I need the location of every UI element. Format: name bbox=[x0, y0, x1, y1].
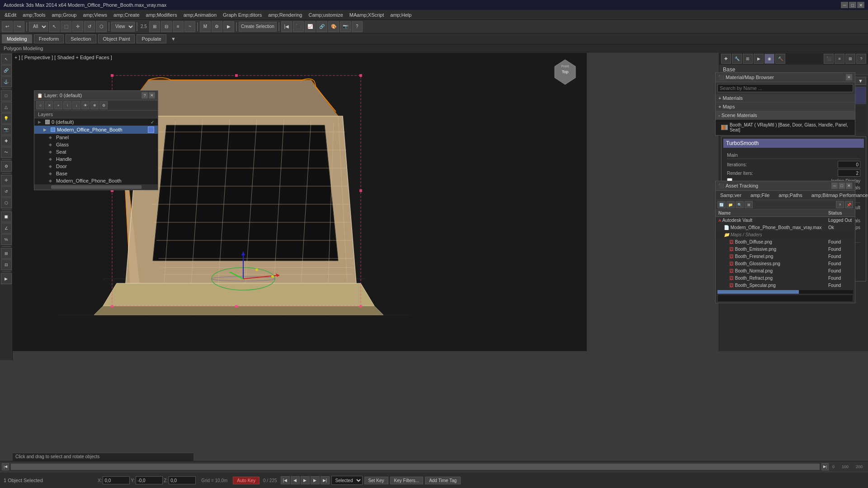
menu-rendering[interactable]: amp;Rendering bbox=[265, 11, 305, 19]
asset-row-glossiness[interactable]: 🖼 Booth_Glossiness.png Found bbox=[716, 260, 855, 267]
maps-section[interactable]: + Maps bbox=[716, 103, 855, 111]
asset-row-specular[interactable]: 🖼 Booth_Specular.png Found bbox=[716, 282, 855, 289]
asset-row-fresnel[interactable]: 🖼 Booth_Fresnel.png Found bbox=[716, 253, 855, 260]
add-time-tag-button[interactable]: Add Time Tag bbox=[425, 477, 461, 484]
key-filters-button[interactable]: Key Filters... bbox=[390, 477, 424, 484]
maximize-button[interactable]: □ bbox=[849, 2, 856, 8]
asset-tool-help[interactable]: ? bbox=[836, 201, 844, 208]
play-next-frame[interactable]: ▶ bbox=[311, 476, 320, 484]
toolbar-redo[interactable]: ↪ bbox=[14, 21, 24, 32]
set-key-button[interactable]: Set Key bbox=[364, 477, 388, 484]
asset-tool-3[interactable]: 🔍 bbox=[736, 201, 744, 208]
asset-tool-4[interactable]: ⊞ bbox=[745, 201, 753, 208]
scene-materials-section[interactable]: - Scene Materials bbox=[716, 111, 855, 120]
menu-views[interactable]: amp;Views bbox=[80, 11, 110, 19]
layer-item-booth[interactable]: ▶ Modern_Office_Phone_Booth bbox=[34, 126, 158, 134]
select-tool[interactable]: ↖ bbox=[1, 54, 12, 65]
rotate-tool[interactable]: ↺ bbox=[1, 186, 12, 197]
toolbar-schematic[interactable]: 🔗 bbox=[316, 21, 327, 32]
asset-menu-file[interactable]: amp;File bbox=[748, 192, 772, 199]
toolbar-viewport-bg[interactable]: ⬛ bbox=[293, 21, 304, 32]
menu-edit[interactable]: &Edit bbox=[2, 11, 19, 19]
asset-row-refract[interactable]: 🖼 Booth_Refract.png Found bbox=[716, 275, 855, 282]
tab-object-paint[interactable]: Object Paint bbox=[98, 34, 135, 43]
tab-selection[interactable]: Selection bbox=[66, 34, 96, 43]
toolbar-material[interactable]: M bbox=[200, 21, 211, 32]
layer-item-door[interactable]: ◆ Door bbox=[34, 163, 158, 170]
asset-tracking-close[interactable]: ✕ bbox=[846, 183, 852, 189]
bind-tool[interactable]: ⚓ bbox=[1, 76, 12, 87]
y-input[interactable] bbox=[136, 476, 163, 484]
layer-tool-select[interactable]: ☆ bbox=[36, 101, 44, 109]
tab-freeform[interactable]: Freeform bbox=[34, 34, 64, 43]
layer-item-handle[interactable]: ◆ Handle bbox=[34, 155, 158, 163]
move-tool[interactable]: ✛ bbox=[1, 175, 12, 186]
play-prev-frame[interactable]: ◀ bbox=[291, 476, 300, 484]
close-button[interactable]: ✕ bbox=[857, 2, 864, 8]
rp-tab-create[interactable]: ✚ bbox=[721, 54, 731, 64]
layer-tool-hide[interactable]: 👁 bbox=[81, 101, 90, 109]
asset-row-diffuse[interactable]: 🖼 Booth_Diffuse.png Found bbox=[716, 239, 855, 246]
asset-row-vault[interactable]: A Autodesk Vault Logged Out bbox=[716, 217, 855, 224]
asset-row-emissive[interactable]: 🖼 Booth_Emissive.png Found bbox=[716, 246, 855, 253]
toolbar-rotate[interactable]: ↺ bbox=[84, 21, 95, 32]
toolbar-select[interactable]: ↖ bbox=[49, 21, 60, 32]
layer-tool-delete[interactable]: ✕ bbox=[45, 101, 53, 109]
play-last-frame[interactable]: ▶| bbox=[321, 476, 330, 484]
layer-item-seat[interactable]: ◆ Seat bbox=[34, 148, 158, 155]
rp-extra-1[interactable]: ⬛ bbox=[824, 54, 834, 64]
asset-row-max-file[interactable]: 📄 Modern_Office_Phone_Booth_max_vray.max… bbox=[716, 224, 855, 231]
rp-tab-utilities[interactable]: 🔨 bbox=[775, 54, 785, 64]
toolbar-select-region[interactable]: ⬚ bbox=[61, 21, 71, 32]
rp-tab-motion[interactable]: ▶ bbox=[754, 54, 764, 64]
layer-tool-freeze[interactable]: ❄ bbox=[90, 101, 99, 109]
asset-row-maps-folder[interactable]: 📁 Maps / Shaders bbox=[716, 231, 855, 239]
material-browser-close[interactable]: ✕ bbox=[846, 74, 852, 80]
menu-create[interactable]: amp;Create bbox=[111, 11, 142, 19]
rp-extra-2[interactable]: ≡ bbox=[835, 54, 844, 64]
layer-tool-add[interactable]: + bbox=[54, 101, 62, 109]
toolbar-time-config[interactable]: |◀ bbox=[281, 21, 292, 32]
z-input[interactable] bbox=[169, 476, 196, 484]
asset-menu-paths[interactable]: amp;Paths bbox=[776, 192, 805, 199]
percent-snap[interactable]: % bbox=[1, 234, 12, 245]
menu-modifiers[interactable]: amp;Modifiers bbox=[143, 11, 180, 19]
timeline-prev[interactable]: |◀ bbox=[2, 463, 9, 470]
play-first-frame[interactable]: |◀ bbox=[281, 476, 290, 484]
shapes-tool[interactable]: △ bbox=[1, 102, 12, 113]
layer-item-panel[interactable]: ◆ Panel bbox=[34, 134, 158, 141]
rp-tab-display[interactable]: ◉ bbox=[764, 54, 774, 64]
space-warps-tool[interactable]: 〜 bbox=[1, 147, 12, 158]
materials-section[interactable]: + Materials bbox=[716, 94, 855, 103]
asset-row-normal[interactable]: 🖼 Booth_Normal.png Found bbox=[716, 267, 855, 275]
snap-toggle[interactable]: 🔲 bbox=[1, 211, 12, 222]
toolbar-layer[interactable]: ≡ bbox=[173, 21, 184, 32]
toolbar-capture[interactable]: 📷 bbox=[340, 21, 351, 32]
asset-tool-1[interactable]: 🔄 bbox=[717, 201, 726, 208]
angle-snap[interactable]: ∠ bbox=[1, 223, 12, 234]
layer-item-default[interactable]: ▶ 0 (default) ✓ bbox=[34, 118, 158, 126]
toolbar-mirror[interactable]: ⊞ bbox=[149, 21, 160, 32]
timeline-next[interactable]: ▶| bbox=[821, 463, 829, 470]
toolbar-render-setup[interactable]: ⚙ bbox=[212, 21, 222, 32]
toolbar-undo[interactable]: ↩ bbox=[2, 21, 13, 32]
toolbar-scale[interactable]: ⬡ bbox=[96, 21, 107, 32]
rp-tab-modify[interactable]: 🔧 bbox=[732, 54, 742, 64]
toolbar-color-clipboard[interactable]: 🎨 bbox=[328, 21, 339, 32]
timeline-scrubber[interactable] bbox=[11, 464, 820, 470]
layers-close-button[interactable]: ✕ bbox=[149, 92, 155, 99]
tab-extra[interactable]: ▼ bbox=[168, 35, 179, 42]
menu-animation[interactable]: amp;Animation bbox=[181, 11, 219, 19]
selection-filter-dropdown[interactable]: All bbox=[29, 22, 48, 32]
geometry-tool[interactable]: □ bbox=[1, 90, 12, 101]
layers-help-button[interactable]: ? bbox=[142, 92, 148, 99]
rp-extra-3[interactable]: ⊞ bbox=[845, 54, 855, 64]
material-search-input[interactable] bbox=[717, 84, 853, 92]
timeline[interactable]: |◀ ▶| 0 100 200 bbox=[0, 461, 868, 472]
toolbar-help[interactable]: ? bbox=[352, 21, 363, 32]
tab-populate[interactable]: Populate bbox=[137, 34, 166, 43]
rp-tab-hierarchy[interactable]: ⊞ bbox=[743, 54, 753, 64]
toolbar-render[interactable]: ▶ bbox=[223, 21, 234, 32]
lights-tool[interactable]: 💡 bbox=[1, 113, 12, 124]
layer-tool-settings[interactable]: ⚙ bbox=[99, 101, 108, 109]
